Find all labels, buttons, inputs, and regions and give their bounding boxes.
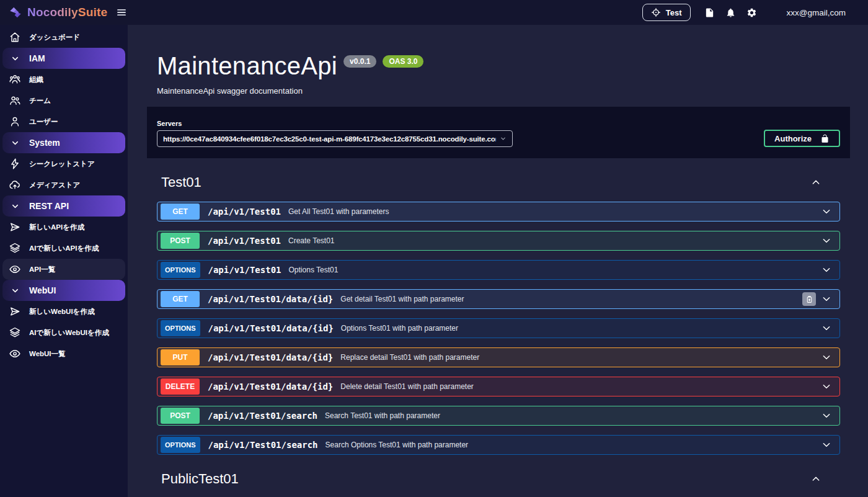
chevron-down-icon[interactable] [822,411,831,421]
section-title: PublicTest01 [161,471,239,487]
endpoint-row[interactable]: OPTIONS/api/v1/Test01/data/{id}Options T… [157,318,840,338]
sidebar-item-team[interactable]: チーム [2,90,125,111]
bell-icon[interactable] [725,7,736,18]
sidebar-item-label: WebUI [29,285,56,295]
sidebar-item-label: System [29,138,60,148]
chevron-down-icon[interactable] [822,265,831,275]
chevron-down-icon[interactable] [822,294,831,304]
chevron-down-icon[interactable] [822,352,831,362]
sidebar-item-secret-store[interactable]: シークレットストア [2,153,125,174]
method-badge: DELETE [161,378,200,395]
sidebar-item-create-api[interactable]: 新しいAPIを作成 [2,217,125,238]
endpoint-actions [822,236,831,246]
endpoint-row[interactable]: GET/api/v1/Test01/data/{id}Get detail Te… [157,289,840,309]
sidebar-item-label: 新しいAPIを作成 [29,223,84,232]
sidebar-item-label: 組織 [29,75,43,84]
chevron-down-icon[interactable] [822,440,831,450]
chevron-up-icon[interactable] [811,474,821,484]
servers-label: Servers [157,120,513,127]
sidebar-item-user[interactable]: ユーザー [2,111,125,132]
sidebar-item-label: ユーザー [29,117,58,127]
document-icon[interactable] [704,7,715,18]
menu-toggle-icon[interactable] [116,7,127,18]
endpoint-row[interactable]: POST/api/v1/Test01Create Test01 [157,231,840,251]
endpoint-summary: Get detail Test01 with path parameter [340,295,464,303]
sidebar-section-webui[interactable]: WebUI [2,280,125,301]
sidebar-item-media-store[interactable]: メディアストア [2,174,125,195]
sidebar-section-system[interactable]: System [2,132,125,153]
brand-name: NocodilySuite [27,6,107,19]
sidebar-item-label: API一覧 [29,265,55,274]
cloud-upload-icon [9,179,21,191]
section-header[interactable]: Test01 [157,171,840,194]
endpoint-row[interactable]: OPTIONS/api/v1/Test01/searchSearch Optio… [157,435,840,455]
sidebar-item-api-list[interactable]: API一覧 [2,259,125,280]
chevron-down-icon[interactable] [822,382,831,392]
topbar-actions: Test xxx@gmail,com [642,4,846,21]
method-badge: OPTIONS [161,437,200,453]
server-select[interactable]: https://0ce47ac840934cfee6f018c7ec3c25c0… [157,130,513,147]
authorize-button[interactable]: Authorize [764,130,840,147]
section-header[interactable]: PublicTest01 [157,467,840,491]
section-title: Test01 [161,174,202,190]
endpoint-path: /api/v1/Test01 [208,207,281,217]
sidebar-item-label: メディアストア [29,181,80,190]
app-logo[interactable]: NocodilySuite [9,6,107,19]
endpoint-row[interactable]: OPTIONS/api/v1/Test01Options Test01 [157,260,840,280]
endpoint-actions [822,207,831,217]
sidebar-item-label: REST API [29,201,69,211]
layers-icon [9,326,21,339]
method-badge: POST [161,408,200,424]
version-badge: v0.0.1 [343,55,376,68]
endpoint-summary: Search Test01 with path parameter [325,411,440,420]
sidebar-item-label: AIで新しいAPIを作成 [29,244,99,253]
endpoint-row[interactable]: POST/api/v1/Test01/searchSearch Test01 w… [157,406,840,426]
servers-block: Servers https://0ce47ac840934cfee6f018c7… [157,120,513,147]
sidebar-item-webui-list[interactable]: WebUI一覧 [2,343,125,364]
sidebar-item-create-webui[interactable]: 新しいWebUIを作成 [2,301,125,322]
endpoint-path: /api/v1/Test01/data/{id} [208,323,334,333]
sidebar-item-ai-create-api[interactable]: AIで新しいAPIを作成 [2,238,125,259]
sidebar-section-rest-api[interactable]: REST API [2,195,125,217]
chevron-down-icon[interactable] [822,207,831,217]
endpoint-row[interactable]: DELETE/api/v1/Test01/data/{id}Delete det… [157,377,840,396]
endpoint-path: /api/v1/Test01 [208,236,281,246]
gear-icon[interactable] [746,7,757,18]
endpoint-path: /api/v1/Test01/data/{id} [208,294,333,304]
page-title: MaintenanceApi [157,51,337,81]
chevron-down-icon[interactable] [822,236,831,246]
endpoint-actions [822,323,831,333]
logo-icon [9,6,22,19]
unlock-icon [820,134,830,143]
crosshair-icon [651,7,661,17]
user-email: xxx@gmail,com [787,8,846,17]
method-badge: POST [161,233,200,249]
copy-icon[interactable] [802,292,816,306]
endpoint-row[interactable]: GET/api/v1/Test01Get All Test01 with par… [157,202,840,222]
endpoint-summary: Create Test01 [288,236,335,245]
chevron-up-icon[interactable] [811,177,821,187]
sidebar: ダッシュボードIAM組織チームユーザーSystemシークレットストアメディアスト… [0,25,128,497]
users-icon [9,94,21,107]
chevron-down-icon [500,135,507,142]
endpoint-actions [822,382,831,392]
endpoint-actions [822,265,831,275]
endpoint-row[interactable]: PUT/api/v1/Test01/data/{id}Replace detai… [157,347,840,367]
chevron-down-icon[interactable] [822,323,831,333]
test-button[interactable]: Test [642,4,691,21]
api-description: MaintenanceApi swagger documentation [157,86,840,96]
endpoint-path: /api/v1/Test01/data/{id} [208,352,333,362]
endpoint-summary: Options Test01 with path parameter [341,324,458,333]
endpoint-actions [822,352,831,362]
sidebar-item-dashboard[interactable]: ダッシュボード [2,27,125,48]
server-url: https://0ce47ac840934cfee6f018c7ec3c25c0… [163,135,496,143]
sidebar-item-ai-create-webui[interactable]: AIで新しいWebUIを作成 [2,322,125,343]
endpoint-path: /api/v1/Test01/search [208,440,318,450]
oas-badge: OAS 3.0 [383,55,423,68]
authorize-button-label: Authorize [774,134,812,143]
users-group-icon [9,73,21,86]
sidebar-section-iam[interactable]: IAM [2,48,125,69]
endpoint-actions [822,440,831,450]
endpoint-path: /api/v1/Test01 [208,265,281,275]
sidebar-item-organization[interactable]: 組織 [2,69,125,90]
